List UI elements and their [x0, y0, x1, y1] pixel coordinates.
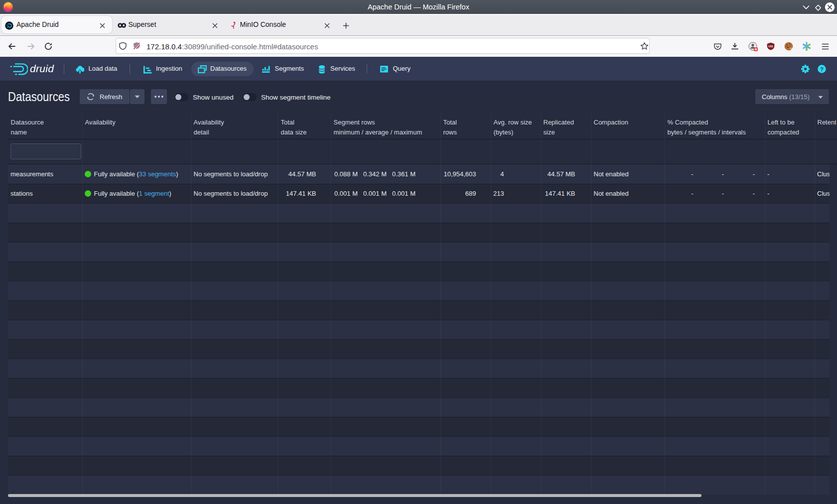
svg-text:UO: UO	[768, 44, 773, 48]
svg-text:?: ?	[820, 66, 824, 72]
